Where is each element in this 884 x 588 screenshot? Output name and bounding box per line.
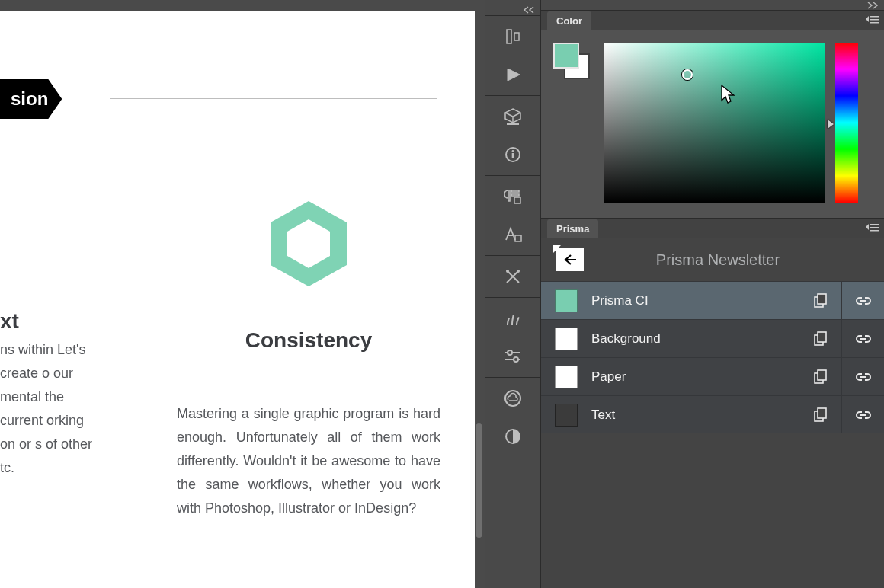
prisma-panel-tab-bar: Prisma [541, 219, 884, 238]
link-icon[interactable] [841, 396, 884, 433]
doc-column-left: xt ns within Let's create o our mental t… [0, 338, 94, 480]
prisma-row[interactable]: Paper [541, 357, 884, 395]
svg-point-15 [506, 270, 509, 273]
color-panel-tab[interactable]: Color [547, 11, 591, 30]
doc-column-mid-body: Mastering a single graphic program is ha… [177, 402, 440, 520]
color-panel-body [541, 30, 884, 219]
vertical-scrollbar-thumb[interactable] [476, 423, 482, 538]
prisma-color-list: Prisma CI Background Paper [541, 281, 884, 433]
prisma-title: Prisma Newsletter [597, 251, 869, 269]
panel-stack: Color Prisma [541, 0, 884, 588]
row-swatch [555, 404, 578, 427]
svg-rect-3 [514, 33, 519, 40]
color-panel-menu-icon[interactable] [866, 14, 879, 27]
align-panel-icon[interactable] [500, 24, 526, 50]
doc-column-mid: Consistency Mastering a single graphic p… [177, 201, 440, 520]
prisma-row[interactable]: Prisma CI [541, 281, 884, 319]
tools-crossed-icon[interactable] [500, 264, 526, 289]
svg-point-11 [512, 150, 514, 152]
row-actions [799, 396, 884, 433]
contrast-circle-icon[interactable] [500, 423, 526, 449]
panels-collapse-arrows[interactable] [541, 0, 884, 11]
document-canvas[interactable]: sion xt ns within Let's create o our men… [0, 11, 475, 588]
hexagon-icon [177, 201, 440, 286]
copy-icon[interactable] [799, 396, 841, 433]
section-label-tab: sion [0, 79, 62, 119]
info-icon[interactable] [500, 142, 526, 168]
svg-rect-2 [507, 30, 511, 43]
svg-line-7 [513, 113, 520, 117]
hue-slider-handle[interactable] [828, 120, 834, 129]
svg-rect-12 [512, 153, 514, 158]
row-actions [799, 282, 884, 319]
fg-bg-swatch-stack[interactable] [553, 43, 593, 82]
prisma-row[interactable]: Text [541, 395, 884, 433]
row-label: Prisma CI [591, 293, 799, 308]
doc-column-mid-heading: Consistency [177, 328, 440, 353]
row-swatch [555, 366, 578, 388]
svg-rect-28 [818, 370, 826, 380]
svg-rect-14 [515, 235, 521, 241]
package-icon[interactable] [500, 104, 526, 129]
prisma-header: Prisma Newsletter [541, 238, 884, 281]
prisma-panel-menu-icon[interactable] [866, 222, 879, 235]
copy-icon[interactable] [799, 358, 841, 395]
prisma-row[interactable]: Background [541, 319, 884, 357]
link-icon[interactable] [841, 282, 884, 319]
character-styles-icon[interactable] [500, 222, 526, 248]
paragraph-styles-icon[interactable] [500, 184, 526, 209]
dock-collapse-arrows[interactable] [485, 5, 540, 15]
row-label: Text [591, 407, 799, 423]
row-label: Paper [591, 369, 799, 385]
link-icon[interactable] [841, 320, 884, 357]
svg-point-18 [508, 350, 512, 355]
hue-bar[interactable] [835, 43, 858, 203]
sat-cursor[interactable] [682, 69, 693, 80]
svg-line-6 [505, 113, 513, 117]
play-icon[interactable] [500, 62, 526, 88]
prisma-panel-body: Prisma Newsletter Prisma CI Background [541, 238, 884, 588]
row-swatch [555, 328, 578, 350]
svg-rect-30 [818, 408, 826, 418]
row-swatch [555, 289, 578, 312]
tool-dock [485, 0, 541, 588]
row-actions [799, 320, 884, 357]
link-icon[interactable] [841, 358, 884, 395]
hue-column [835, 43, 858, 203]
doc-column-left-heading: xt [0, 309, 19, 333]
mouse-cursor-icon [720, 84, 737, 108]
svg-point-16 [517, 270, 520, 273]
row-actions [799, 358, 884, 395]
doc-column-left-body: ns within Let's create o our mental the … [0, 338, 94, 480]
svg-rect-9 [507, 123, 519, 125]
creative-cloud-icon[interactable] [500, 385, 526, 411]
app-root: sion xt ns within Let's create o our men… [0, 0, 884, 588]
brushes-icon[interactable] [500, 305, 526, 331]
adjustments-icon[interactable] [500, 344, 526, 369]
svg-rect-13 [514, 197, 520, 203]
svg-rect-24 [818, 294, 826, 304]
svg-rect-26 [818, 332, 826, 342]
horizontal-divider [110, 98, 437, 99]
section-label-text: sion [11, 88, 48, 110]
canvas-wrapper: sion xt ns within Let's create o our men… [0, 0, 485, 588]
color-panel-tab-bar: Color [541, 11, 884, 30]
prisma-panel-tab[interactable]: Prisma [547, 219, 598, 238]
row-label: Background [591, 331, 799, 347]
saturation-brightness-field[interactable] [604, 43, 825, 203]
back-button[interactable] [556, 248, 584, 271]
fg-swatch[interactable] [553, 43, 579, 69]
copy-icon[interactable] [799, 282, 841, 319]
svg-marker-4 [508, 69, 520, 81]
svg-point-20 [514, 357, 518, 362]
copy-icon[interactable] [799, 320, 841, 357]
